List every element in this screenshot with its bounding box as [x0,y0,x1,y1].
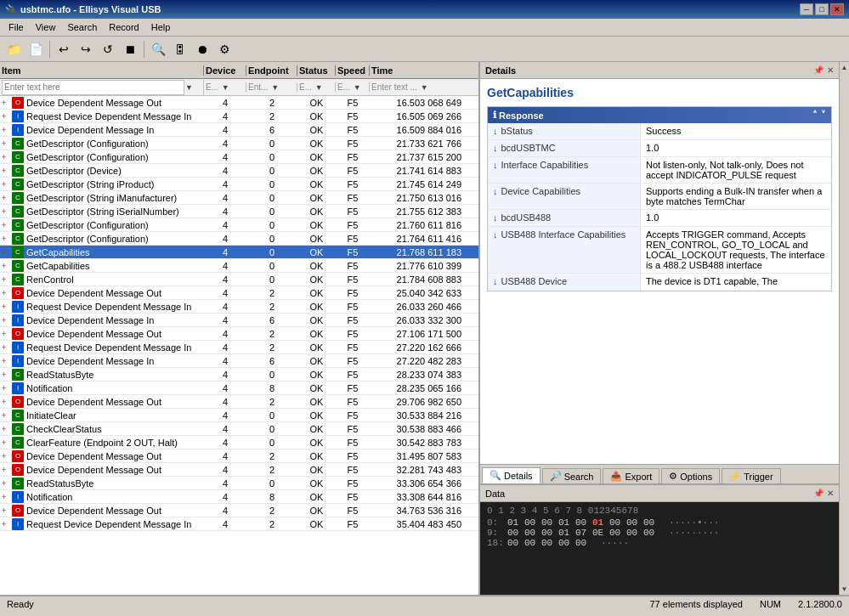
row-expand-icon[interactable]: + [2,466,12,474]
row-expand-icon[interactable]: + [2,221,12,229]
table-row[interactable]: + O Device Dependent Message Out 4 2 OK … [0,286,478,300]
row-expand-icon[interactable]: + [2,180,12,189]
table-row[interactable]: + C GetCapabilities 4 0 OK F5 21.768 611… [0,246,478,259]
scroll-up-arrow[interactable]: ▲ [841,64,848,71]
row-expand-icon[interactable]: + [2,370,12,379]
row-expand-icon[interactable]: + [2,262,12,270]
close-details-icon[interactable]: ✕ [827,65,834,75]
menu-record[interactable]: Record [104,20,144,34]
row-expand-icon[interactable]: + [2,330,12,338]
tab-export[interactable]: 📤 Export [603,468,659,483]
menu-file[interactable]: File [3,20,29,34]
toolbar-btn-6[interactable]: ⏹ [120,39,140,59]
table-row[interactable]: + C GetDescriptor (Configuration) 4 0 OK… [0,232,478,246]
table-row[interactable]: + I Request Device Dependent Message In … [0,300,478,314]
menu-help[interactable]: Help [146,20,176,34]
table-row[interactable]: + O Device Dependent Message Out 4 2 OK … [0,96,478,110]
table-row[interactable]: + C RenControl 4 0 OK F5 21.784 608 883 [0,273,478,286]
row-expand-icon[interactable]: + [2,493,12,501]
tab-trigger[interactable]: ⚡ Trigger [722,468,780,483]
table-row[interactable]: + C CheckClearStatus 4 0 OK F5 30.538 88… [0,422,478,436]
pin-data-icon[interactable]: 📌 [813,489,824,498]
table-row[interactable]: + C GetDescriptor (String iManufacturer)… [0,191,478,205]
row-expand-icon[interactable]: + [2,343,12,352]
maximize-button[interactable]: □ [815,3,829,15]
table-row[interactable]: + O Device Dependent Message Out 4 2 OK … [0,504,478,517]
toolbar-btn-5[interactable]: ↺ [98,39,118,59]
row-expand-icon[interactable]: + [2,275,12,284]
row-expand-icon[interactable]: + [2,506,12,515]
table-row[interactable]: + C GetDescriptor (String iSerialNumber)… [0,205,478,218]
table-row[interactable]: + C InitiateClear 4 0 OK F5 30.533 884 2… [0,409,478,422]
row-expand-icon[interactable]: + [2,438,12,447]
filter-input-item[interactable] [2,80,184,95]
toolbar-btn-9[interactable]: ⏺ [192,39,212,59]
row-expand-icon[interactable]: + [2,248,12,257]
table-row[interactable]: + O Device Dependent Message Out 4 2 OK … [0,395,478,409]
collapse-icon[interactable]: ˄ [812,110,818,121]
row-expand-icon[interactable]: + [2,316,12,325]
row-expand-icon[interactable]: + [2,289,12,297]
table-row[interactable]: + C ReadStatusByte 4 0 OK F5 33.306 654 … [0,477,478,490]
row-expand-icon[interactable]: + [2,153,12,161]
table-row[interactable]: + C GetDescriptor (String iProduct) 4 0 … [0,178,478,191]
toolbar-btn-2[interactable]: 📄 [25,39,46,59]
row-expand-icon[interactable]: + [2,302,12,311]
row-expand-icon[interactable]: + [2,411,12,420]
row-expand-icon[interactable]: + [2,99,12,107]
section-controls[interactable]: ˄ ˅ [812,110,826,121]
row-expand-icon[interactable]: + [2,425,12,433]
table-row[interactable]: + C GetDescriptor (Configuration) 4 0 OK… [0,218,478,232]
filter-dropdown-endpoint[interactable]: ▼ [271,83,279,92]
row-expand-icon[interactable]: + [2,139,12,148]
row-expand-icon[interactable]: + [2,167,12,175]
row-expand-icon[interactable]: + [2,520,12,528]
row-expand-icon[interactable]: + [2,479,12,488]
row-expand-icon[interactable]: + [2,126,12,134]
filter-dropdown-item[interactable]: ▼ [185,83,193,92]
table-row[interactable]: + C GetCapabilities 4 0 OK F5 21.776 610… [0,259,478,273]
toolbar-btn-8[interactable]: 🎛 [170,39,190,59]
table-row[interactable]: + I Request Device Dependent Message In … [0,341,478,354]
panel-controls[interactable]: 📌 ✕ [813,65,834,75]
table-row[interactable]: + C GetDescriptor (Configuration) 4 0 OK… [0,150,478,164]
toolbar-btn-3[interactable]: ↩ [54,39,74,59]
toolbar-btn-10[interactable]: ⚙ [214,39,235,59]
table-row[interactable]: + I Device Dependent Message In 4 6 OK F… [0,314,478,327]
table-row[interactable]: + I Device Dependent Message In 4 6 OK F… [0,354,478,368]
table-row[interactable]: + I Request Device Dependent Message In … [0,110,478,123]
data-panel-controls[interactable]: 📌 ✕ [813,489,834,498]
pin-icon[interactable]: 📌 [813,65,824,75]
table-row[interactable]: + I Notification 4 8 OK F5 28.235 065 16… [0,381,478,395]
row-expand-icon[interactable]: + [2,384,12,393]
vertical-scrollbar[interactable]: ▲ ▼ [839,62,849,595]
row-expand-icon[interactable]: + [2,398,12,406]
table-row[interactable]: + I Notification 4 8 OK F5 33.308 644 81… [0,490,478,504]
filter-dropdown-speed[interactable]: ▼ [354,83,361,92]
toolbar-btn-7[interactable]: 🔍 [148,39,168,59]
table-row[interactable]: + C ClearFeature (Endpoint 2 OUT, Halt) … [0,436,478,449]
table-body[interactable]: + O Device Dependent Message Out 4 2 OK … [0,96,478,595]
close-data-icon[interactable]: ✕ [827,489,834,498]
scroll-down-arrow[interactable]: ▼ [841,585,848,593]
expand-icon[interactable]: ˅ [821,110,826,121]
table-row[interactable]: + C GetDescriptor (Device) 4 0 OK F5 21.… [0,164,478,178]
tab-details[interactable]: 🔍 Details [482,467,541,483]
row-expand-icon[interactable]: + [2,194,12,202]
row-expand-icon[interactable]: + [2,235,12,243]
table-row[interactable]: + I Device Dependent Message In 4 6 OK F… [0,123,478,137]
tab-options[interactable]: ⚙ Options [661,468,720,483]
tab-search[interactable]: 🔎 Search [542,468,602,483]
table-row[interactable]: + O Device Dependent Message Out 4 2 OK … [0,463,478,477]
table-row[interactable]: + O Device Dependent Message Out 4 2 OK … [0,327,478,341]
table-row[interactable]: + C ReadStatusByte 4 0 OK F5 28.233 074 … [0,368,478,381]
row-expand-icon[interactable]: + [2,452,12,461]
toolbar-btn-1[interactable]: 📁 [3,39,24,59]
table-row[interactable]: + I Request Device Dependent Message In … [0,517,478,531]
filter-dropdown-device[interactable]: ▼ [222,83,229,92]
row-expand-icon[interactable]: + [2,357,12,365]
menu-view[interactable]: View [31,20,61,34]
row-expand-icon[interactable]: + [2,112,12,121]
filter-dropdown-time[interactable]: ▼ [421,83,428,92]
menu-search[interactable]: Search [62,20,102,34]
